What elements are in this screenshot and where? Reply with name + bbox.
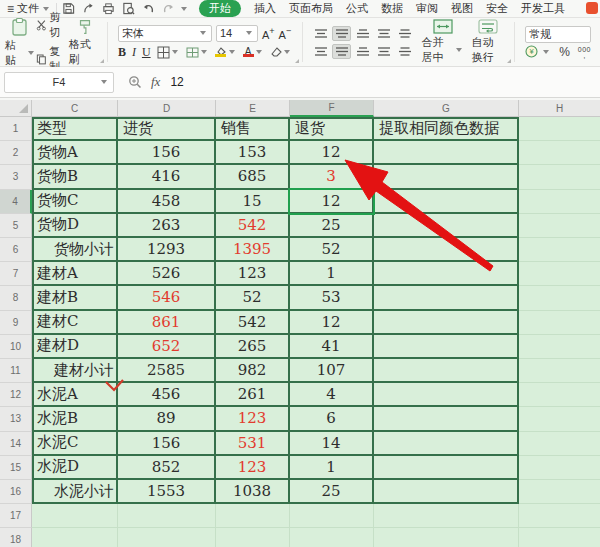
cell-H8[interactable] [519, 286, 600, 310]
cell-E3[interactable]: 685 [216, 165, 290, 189]
cell-F13[interactable]: 6 [290, 407, 374, 431]
fill-color-button[interactable] [215, 47, 237, 57]
font-name-select[interactable]: 宋体 [118, 25, 212, 42]
cell-E13[interactable]: 123 [216, 407, 290, 431]
row-header-16[interactable]: 16 [0, 480, 32, 504]
cell-D13[interactable]: 89 [118, 407, 216, 431]
cell-F17[interactable] [290, 504, 374, 528]
paste-button[interactable]: 粘贴 [5, 17, 36, 68]
valign-bottom-button[interactable] [353, 26, 372, 41]
cell-G4[interactable] [374, 190, 519, 214]
tab-开始[interactable]: 开始 [199, 0, 241, 17]
cell-G17[interactable] [374, 504, 519, 528]
cell-F3[interactable]: 3 [290, 165, 374, 189]
cell-D7[interactable]: 526 [118, 262, 216, 286]
cell-E7[interactable]: 123 [216, 262, 290, 286]
export-icon[interactable] [82, 2, 95, 15]
row-header-5[interactable]: 5 [0, 214, 32, 238]
align-right-button[interactable] [353, 44, 372, 59]
cell-C15[interactable]: 水泥D [32, 456, 118, 480]
cell-D5[interactable]: 263 [118, 214, 216, 238]
cell-G8[interactable] [374, 286, 519, 310]
percent-button[interactable]: % [559, 45, 570, 59]
row-header-8[interactable]: 8 [0, 286, 32, 310]
cell-H3[interactable] [519, 165, 600, 189]
cell-F2[interactable]: 12 [290, 141, 374, 165]
thousands-button[interactable]: 000, [578, 45, 591, 58]
cell-D4[interactable]: 458 [118, 190, 216, 214]
cell-F6[interactable]: 52 [290, 238, 374, 262]
font-color-button[interactable]: A [243, 47, 264, 57]
cell-F14[interactable]: 14 [290, 432, 374, 456]
cell-G12[interactable] [374, 383, 519, 407]
cell-G14[interactable] [374, 432, 519, 456]
cell-H17[interactable] [519, 504, 600, 528]
cell-C10[interactable]: 建材D [32, 335, 118, 359]
cell-H1[interactable] [519, 117, 600, 141]
selected-cell-F4[interactable] [288, 188, 375, 215]
tab-安全[interactable]: 安全 [486, 1, 508, 16]
cell-D10[interactable]: 652 [118, 335, 216, 359]
row-header-2[interactable]: 2 [0, 141, 32, 165]
row-header-13[interactable]: 13 [0, 407, 32, 431]
cell-F8[interactable]: 53 [290, 286, 374, 310]
cell-D9[interactable]: 861 [118, 311, 216, 335]
cell-D17[interactable] [118, 504, 216, 528]
row-header-1[interactable]: 1 [0, 117, 32, 141]
cell-E5[interactable]: 542 [216, 214, 290, 238]
cell-C9[interactable]: 建材C [32, 311, 118, 335]
borders-button[interactable] [157, 46, 180, 59]
align-distribute-button[interactable] [395, 44, 414, 59]
currency-button[interactable]: ¥ [525, 45, 551, 58]
cell-C6[interactable]: 货物小计 [32, 238, 118, 262]
row-header-17[interactable]: 17 [0, 504, 32, 528]
cell-D2[interactable]: 156 [118, 141, 216, 165]
cell-E6[interactable]: 1395 [216, 238, 290, 262]
cell-H7[interactable] [519, 262, 600, 286]
row-header-6[interactable]: 6 [0, 238, 32, 262]
wrap-text-button[interactable]: 自动换行 [468, 19, 509, 65]
indent-increase-button[interactable] [395, 26, 414, 41]
redo-icon[interactable] [162, 2, 175, 15]
row-header-10[interactable]: 10 [0, 335, 32, 359]
cell-G5[interactable] [374, 214, 519, 238]
tab-审阅[interactable]: 审阅 [416, 1, 438, 16]
valign-middle-button[interactable] [332, 26, 351, 41]
cell-C18[interactable] [32, 528, 118, 547]
cell-C17[interactable] [32, 504, 118, 528]
cell-H18[interactable] [519, 528, 600, 547]
cell-H6[interactable] [519, 238, 600, 262]
cell-G2[interactable] [374, 141, 519, 165]
cell-F15[interactable]: 1 [290, 456, 374, 480]
column-header-C[interactable]: C [32, 100, 118, 117]
tab-公式[interactable]: 公式 [346, 1, 368, 16]
cell-E15[interactable]: 123 [216, 456, 290, 480]
cell-C13[interactable]: 水泥B [32, 407, 118, 431]
cell-E16[interactable]: 1038 [216, 480, 290, 504]
tab-页面布局[interactable]: 页面布局 [289, 1, 333, 16]
cell-D3[interactable]: 416 [118, 165, 216, 189]
align-center-button[interactable] [332, 44, 351, 59]
cell-G6[interactable] [374, 238, 519, 262]
cell-E4[interactable]: 15 [216, 190, 290, 214]
cell-E11[interactable]: 982 [216, 359, 290, 383]
app-corner-icon[interactable] [586, 2, 598, 14]
cell-H11[interactable] [519, 359, 600, 383]
valign-top-button[interactable] [311, 26, 330, 41]
cell-D14[interactable]: 156 [118, 432, 216, 456]
cell-G13[interactable] [374, 407, 519, 431]
cell-D16[interactable]: 1553 [118, 480, 216, 504]
cell-H15[interactable] [519, 456, 600, 480]
cell-E9[interactable]: 542 [216, 311, 290, 335]
row-header-18[interactable]: 18 [0, 528, 32, 547]
zoom-magnifier-icon[interactable] [128, 75, 142, 89]
cell-H5[interactable] [519, 214, 600, 238]
cell-C12[interactable]: 水泥A [32, 383, 118, 407]
underline-button[interactable]: U [142, 45, 151, 60]
cell-E2[interactable]: 153 [216, 141, 290, 165]
format-painter-button[interactable]: 格式刷 [69, 18, 101, 67]
column-header-E[interactable]: E [216, 100, 290, 117]
cell-F1[interactable]: 退货 [290, 117, 374, 141]
cell-G16[interactable] [374, 480, 519, 504]
cell-G18[interactable] [374, 528, 519, 547]
